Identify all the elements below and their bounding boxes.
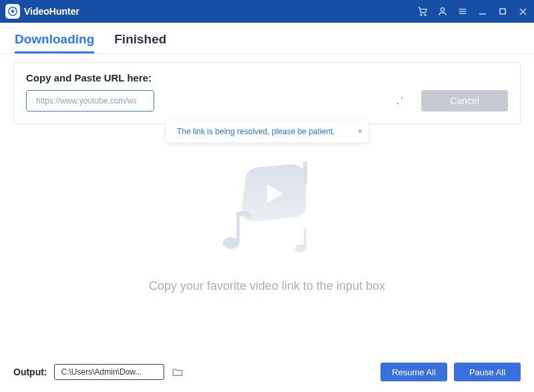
- svg-point-4: [425, 14, 426, 15]
- empty-text: Copy your favorite video link to the inp…: [149, 279, 385, 293]
- svg-point-1: [11, 10, 15, 13]
- tab-finished[interactable]: Finished: [114, 32, 166, 53]
- user-icon[interactable]: [437, 5, 449, 17]
- tab-downloading[interactable]: Downloading: [15, 32, 94, 53]
- output-path-text: C:\Users\Admin\Dow...: [61, 367, 142, 377]
- url-input[interactable]: [26, 90, 154, 112]
- logo: VideoHunter: [5, 4, 79, 19]
- toast-close-icon[interactable]: ×: [358, 128, 362, 136]
- output-label: Output:: [13, 367, 47, 377]
- title-actions: [417, 5, 529, 17]
- toast: The link is being resolved, please be pa…: [166, 121, 368, 142]
- output-path-field[interactable]: C:\Users\Admin\Dow...: [54, 364, 164, 380]
- svg-point-2: [15, 7, 17, 9]
- svg-point-3: [421, 14, 422, 15]
- open-folder-icon[interactable]: [171, 365, 184, 379]
- pause-all-button[interactable]: Pause All: [454, 363, 521, 381]
- svg-rect-18: [304, 228, 306, 248]
- svg-rect-13: [303, 162, 307, 184]
- url-input-wrap: [26, 90, 409, 112]
- svg-point-5: [441, 8, 444, 11]
- empty-illustration-icon: [200, 152, 334, 272]
- footer: Output: C:\Users\Admin\Dow... Resume All…: [0, 355, 534, 392]
- title-bar: VideoHunter: [0, 0, 534, 23]
- url-label: Copy and Paste URL here:: [26, 72, 508, 83]
- cart-icon[interactable]: [417, 5, 429, 17]
- empty-state: Copy your favorite video link to the inp…: [0, 124, 534, 355]
- toast-message: The link is being resolved, please be pa…: [177, 127, 335, 136]
- menu-icon[interactable]: [457, 5, 469, 17]
- close-icon[interactable]: [517, 5, 529, 17]
- tabs: Downloading Finished: [0, 23, 534, 54]
- app-logo-icon: [5, 4, 20, 19]
- resume-all-button[interactable]: Resume All: [380, 363, 447, 381]
- loading-spinner-icon: [396, 97, 403, 104]
- svg-rect-10: [500, 9, 505, 14]
- url-card: Copy and Paste URL here: Cancel: [13, 62, 521, 124]
- maximize-icon[interactable]: [497, 5, 509, 17]
- cancel-button[interactable]: Cancel: [421, 90, 508, 112]
- app-title: VideoHunter: [24, 6, 79, 17]
- minimize-icon[interactable]: [477, 5, 489, 17]
